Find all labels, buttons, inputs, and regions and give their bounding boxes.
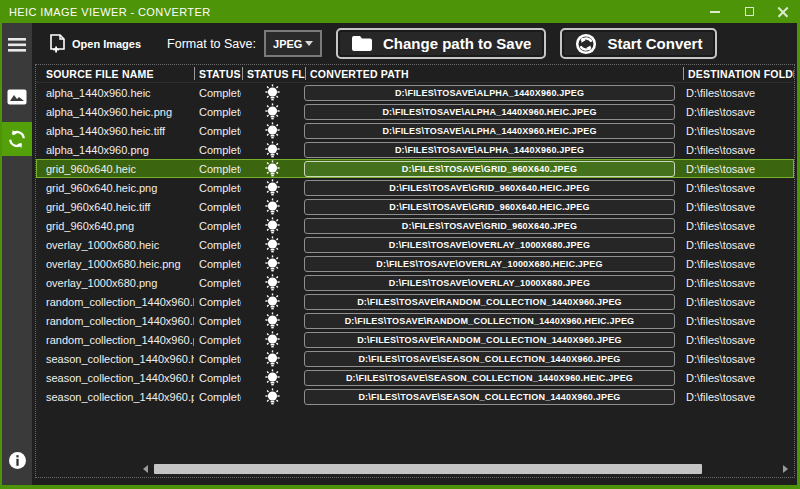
- table-row[interactable]: grid_960x640.png Completed D:\FILES\TOSA…: [36, 216, 794, 235]
- converted-path-box[interactable]: D:\FILES\TOSAVE\ALPHA_1440X960.JPEG: [304, 142, 675, 158]
- lightbulb-icon: [265, 369, 280, 387]
- format-selected-value: JPEG: [273, 38, 302, 50]
- converted-path-box[interactable]: D:\FILES\TOSAVE\GRID_960X640.JPEG: [304, 218, 675, 234]
- table-row[interactable]: season_collection_1440x960.png Completed…: [36, 387, 794, 406]
- converted-path-box[interactable]: D:\FILES\TOSAVE\GRID_960X640.HEIC.JPEG: [304, 180, 675, 196]
- horizontal-scrollbar[interactable]: [140, 462, 790, 475]
- table-row[interactable]: overlay_1000x680.heic.png Completed D:\F…: [36, 254, 794, 273]
- close-button[interactable]: [766, 0, 800, 23]
- header-converted-path[interactable]: CONVERTED PATH: [306, 68, 683, 80]
- menu-button[interactable]: [2, 30, 32, 60]
- scroll-right-button[interactable]: [780, 462, 790, 475]
- lightbulb-icon: [265, 331, 280, 349]
- converted-path-cell: D:\FILES\TOSAVE\ALPHA_1440X960.JPEG: [303, 142, 680, 158]
- converted-path-box[interactable]: D:\FILES\TOSAVE\ALPHA_1440X960.JPEG: [304, 85, 675, 101]
- status-flag-cell: [241, 274, 303, 292]
- header-status[interactable]: STATUS: [195, 68, 242, 80]
- converted-path-box[interactable]: D:\FILES\TOSAVE\OVERLAY_1000X680.HEIC.JP…: [304, 256, 675, 272]
- minimize-icon: [710, 11, 720, 13]
- header-source-file-name[interactable]: SOURCE FILE NAME: [36, 68, 194, 80]
- converted-path-box[interactable]: D:\FILES\TOSAVE\RANDOM_COLLECTION_1440X9…: [304, 294, 675, 310]
- format-select-dropdown[interactable]: JPEG: [264, 30, 322, 57]
- converted-path-box[interactable]: D:\FILES\TOSAVE\GRID_960X640.JPEG: [304, 161, 675, 177]
- table-row[interactable]: alpha_1440x960.heic Completed D:\FILES\T…: [36, 83, 794, 102]
- table-row[interactable]: grid_960x640.heic Completed D:\FILES\TOS…: [36, 159, 794, 178]
- open-file-icon: [50, 34, 66, 53]
- source-file-name: grid_960x640.heic.png: [36, 182, 194, 194]
- status-text: Completed: [194, 201, 241, 213]
- status-text: Completed: [194, 239, 241, 251]
- start-convert-button[interactable]: Start Convert: [560, 28, 717, 59]
- table-row[interactable]: alpha_1440x960.heic.png Completed D:\FIL…: [36, 102, 794, 121]
- table-rows: alpha_1440x960.heic Completed D:\FILES\T…: [36, 83, 794, 406]
- destination-folder: D:\files\tosave: [680, 258, 794, 270]
- lightbulb-icon: [265, 84, 280, 102]
- minimize-button[interactable]: [698, 0, 732, 23]
- converted-path-box[interactable]: D:\FILES\TOSAVE\OVERLAY_1000X680.JPEG: [304, 237, 675, 253]
- table-row[interactable]: random_collection_1440x960.png Completed…: [36, 330, 794, 349]
- source-file-name: random_collection_1440x960.png: [36, 334, 194, 346]
- converted-path-cell: D:\FILES\TOSAVE\ALPHA_1440X960.JPEG: [303, 85, 680, 101]
- table-row[interactable]: random_collection_1440x960.heic Complete…: [36, 292, 794, 311]
- header-destination-folder[interactable]: DESTINATION FOLDER: [684, 68, 794, 80]
- status-flag-cell: [241, 198, 303, 216]
- converted-path-box[interactable]: D:\FILES\TOSAVE\OVERLAY_1000X680.JPEG: [304, 275, 675, 291]
- converted-path-cell: D:\FILES\TOSAVE\RANDOM_COLLECTION_1440X9…: [303, 332, 680, 348]
- source-file-name: alpha_1440x960.png: [36, 144, 194, 156]
- table-row[interactable]: grid_960x640.heic.tiff Completed D:\FILE…: [36, 197, 794, 216]
- header-status-flag[interactable]: STATUS FLAG: [243, 68, 305, 80]
- table-row[interactable]: grid_960x640.heic.png Completed D:\FILES…: [36, 178, 794, 197]
- status-text: Completed: [194, 220, 241, 232]
- table-row[interactable]: random_collection_1440x960.heic.png Comp…: [36, 311, 794, 330]
- table-row[interactable]: alpha_1440x960.heic.tiff Completed D:\FI…: [36, 121, 794, 140]
- scrollbar-thumb[interactable]: [154, 464, 702, 474]
- sidebar-item-viewer[interactable]: [2, 82, 32, 112]
- status-text: Completed: [194, 182, 241, 194]
- converted-path-box[interactable]: D:\FILES\TOSAVE\RANDOM_COLLECTION_1440X9…: [304, 313, 675, 329]
- converted-path-box[interactable]: D:\FILES\TOSAVE\ALPHA_1440X960.HEIC.JPEG: [304, 123, 675, 139]
- scroll-left-button[interactable]: [140, 462, 150, 475]
- table-row[interactable]: alpha_1440x960.png Completed D:\FILES\TO…: [36, 140, 794, 159]
- converted-path-box[interactable]: D:\FILES\TOSAVE\SEASON_COLLECTION_1440X9…: [304, 389, 675, 405]
- destination-folder: D:\files\tosave: [680, 296, 794, 308]
- converted-path-box[interactable]: D:\FILES\TOSAVE\ALPHA_1440X960.HEIC.JPEG: [304, 104, 675, 120]
- source-file-name: grid_960x640.png: [36, 220, 194, 232]
- sidebar-item-converter[interactable]: [2, 122, 32, 156]
- converted-path-box[interactable]: D:\FILES\TOSAVE\SEASON_COLLECTION_1440X9…: [304, 351, 675, 367]
- status-flag-cell: [241, 293, 303, 311]
- table-row[interactable]: season_collection_1440x960.heic Complete…: [36, 349, 794, 368]
- converted-path-cell: D:\FILES\TOSAVE\GRID_960X640.HEIC.JPEG: [303, 180, 680, 196]
- source-file-name: season_collection_1440x960.png: [36, 391, 194, 403]
- sidebar: [2, 23, 32, 485]
- converted-path-cell: D:\FILES\TOSAVE\SEASON_COLLECTION_1440X9…: [303, 389, 680, 405]
- scrollbar-track[interactable]: [702, 464, 780, 474]
- destination-folder: D:\files\tosave: [680, 201, 794, 213]
- converted-path-cell: D:\FILES\TOSAVE\RANDOM_COLLECTION_1440X9…: [303, 313, 680, 329]
- converted-path-box[interactable]: D:\FILES\TOSAVE\SEASON_COLLECTION_1440X9…: [304, 370, 675, 386]
- converted-path-box[interactable]: D:\FILES\TOSAVE\GRID_960X640.HEIC.JPEG: [304, 199, 675, 215]
- destination-folder: D:\files\tosave: [680, 106, 794, 118]
- window-controls: [698, 0, 800, 23]
- table-row[interactable]: overlay_1000x680.png Completed D:\FILES\…: [36, 273, 794, 292]
- table-row[interactable]: season_collection_1440x960.heic.png Comp…: [36, 368, 794, 387]
- status-text: Completed: [194, 144, 241, 156]
- lightbulb-icon: [265, 179, 280, 197]
- maximize-button[interactable]: [732, 0, 766, 23]
- lightbulb-icon: [265, 217, 280, 235]
- status-text: Completed: [194, 372, 241, 384]
- scroll-left-icon: [143, 465, 148, 473]
- source-file-name: random_collection_1440x960.heic.png: [36, 315, 194, 327]
- maximize-icon: [745, 7, 754, 16]
- status-flag-cell: [241, 255, 303, 273]
- destination-folder: D:\files\tosave: [680, 220, 794, 232]
- open-images-button[interactable]: Open Images: [50, 34, 141, 53]
- title-bar: HEIC IMAGE VIEWER - CONVERTER: [0, 0, 800, 23]
- image-icon: [7, 89, 27, 105]
- info-button[interactable]: [2, 445, 32, 475]
- lightbulb-icon: [265, 141, 280, 159]
- status-text: Completed: [194, 334, 241, 346]
- conversion-file-list: SOURCE FILE NAME STATUS STATUS FLAG CONV…: [35, 64, 795, 478]
- change-path-button[interactable]: Change path to Save: [336, 28, 546, 59]
- converted-path-box[interactable]: D:\FILES\TOSAVE\RANDOM_COLLECTION_1440X9…: [304, 332, 675, 348]
- table-row[interactable]: overlay_1000x680.heic Completed D:\FILES…: [36, 235, 794, 254]
